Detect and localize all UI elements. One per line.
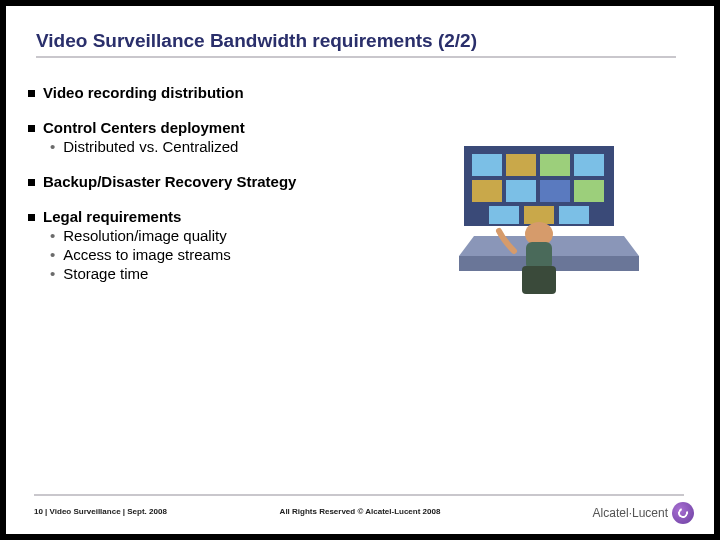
square-bullet-icon — [28, 125, 35, 132]
dot-bullet-icon: • — [50, 247, 55, 262]
footer-divider — [34, 494, 684, 496]
bullet-video-recording: Video recording distribution — [28, 84, 428, 101]
slide: Video Surveillance Bandwidth requirement… — [6, 6, 714, 534]
content-area: Video recording distribution Control Cen… — [28, 84, 428, 284]
bullet-backup: Backup/Disaster Recovery Strategy — [28, 173, 428, 190]
company-logo: Alcatel·Lucent — [593, 502, 694, 524]
svg-rect-4 — [574, 154, 604, 176]
square-bullet-icon — [28, 179, 35, 186]
dot-bullet-icon: • — [50, 266, 55, 281]
svg-rect-3 — [540, 154, 570, 176]
square-bullet-icon — [28, 90, 35, 97]
subbullet-text: Access to image streams — [63, 246, 231, 263]
bullet-text: Backup/Disaster Recovery Strategy — [43, 173, 296, 190]
svg-rect-10 — [524, 206, 554, 224]
logo-text: Alcatel·Lucent — [593, 506, 668, 520]
subbullet-access: • Access to image streams — [50, 246, 428, 263]
svg-rect-14 — [522, 266, 556, 294]
dot-bullet-icon: • — [50, 139, 55, 154]
bullet-text: Control Centers deployment — [43, 119, 245, 136]
svg-rect-8 — [574, 180, 604, 202]
subbullet-resolution: • Resolution/image quality — [50, 227, 428, 244]
svg-rect-13 — [526, 242, 552, 270]
subbullet-text: Storage time — [63, 265, 148, 282]
svg-rect-7 — [540, 180, 570, 202]
bullet-text: Video recording distribution — [43, 84, 244, 101]
bullet-control-centers: Control Centers deployment — [28, 119, 428, 136]
svg-rect-5 — [472, 180, 502, 202]
bullet-text: Legal requirements — [43, 208, 181, 225]
illustration-control-room — [444, 136, 654, 296]
subbullet-text: Distributed vs. Centralized — [63, 138, 238, 155]
svg-rect-2 — [506, 154, 536, 176]
square-bullet-icon — [28, 214, 35, 221]
slide-title: Video Surveillance Bandwidth requirement… — [36, 30, 676, 58]
dot-bullet-icon: • — [50, 228, 55, 243]
subbullet-distributed: • Distributed vs. Centralized — [50, 138, 428, 155]
logo-swirl-icon — [672, 502, 694, 524]
subbullet-text: Resolution/image quality — [63, 227, 226, 244]
subbullet-storage: • Storage time — [50, 265, 428, 282]
bullet-legal: Legal requirements — [28, 208, 428, 225]
svg-rect-9 — [489, 206, 519, 224]
svg-rect-11 — [559, 206, 589, 224]
svg-rect-6 — [506, 180, 536, 202]
svg-rect-1 — [472, 154, 502, 176]
